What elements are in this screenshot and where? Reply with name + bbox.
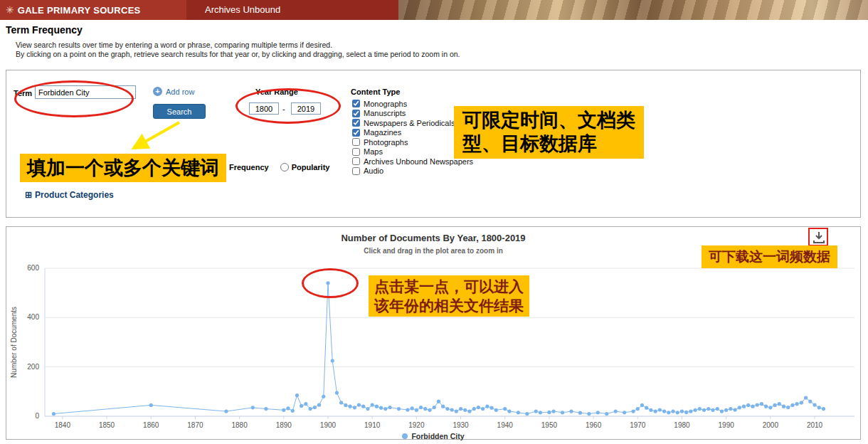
data-point[interactable] (782, 405, 785, 408)
data-point[interactable] (795, 402, 799, 406)
data-point[interactable] (445, 407, 449, 411)
data-point[interactable] (423, 407, 427, 411)
data-point[interactable] (507, 409, 511, 413)
data-point[interactable] (813, 403, 816, 406)
data-point[interactable] (463, 408, 467, 412)
data-point[interactable] (733, 408, 736, 411)
data-point[interactable] (322, 395, 325, 398)
data-point[interactable] (494, 408, 498, 412)
data-point[interactable] (623, 411, 626, 414)
data-point[interactable] (764, 405, 768, 408)
content-type-option[interactable]: Audio (352, 166, 473, 176)
data-point[interactable] (808, 400, 812, 403)
data-point[interactable] (578, 411, 582, 415)
data-point[interactable] (428, 408, 431, 412)
content-type-checkbox[interactable] (352, 157, 360, 165)
data-point[interactable] (477, 406, 480, 409)
data-point[interactable] (569, 409, 573, 413)
data-point[interactable] (450, 408, 454, 411)
data-point[interactable] (658, 408, 662, 411)
data-point[interactable] (596, 411, 600, 414)
data-point[interactable] (768, 406, 772, 409)
data-point[interactable] (472, 407, 476, 411)
data-point[interactable] (711, 408, 714, 412)
data-point[interactable] (534, 409, 538, 413)
data-point[interactable] (313, 406, 317, 409)
data-point[interactable] (291, 409, 295, 413)
data-point[interactable] (353, 406, 356, 409)
data-point[interactable] (756, 403, 759, 406)
data-point[interactable] (317, 403, 321, 406)
data-point[interactable] (344, 403, 347, 407)
search-button[interactable]: Search (153, 104, 206, 119)
data-point[interactable] (689, 409, 692, 413)
data-point[interactable] (676, 411, 679, 414)
data-point[interactable] (614, 409, 618, 413)
data-point[interactable] (437, 400, 440, 403)
data-point[interactable] (706, 407, 710, 411)
data-point[interactable] (339, 401, 343, 404)
data-point[interactable] (822, 407, 825, 411)
product-name-link[interactable]: Archives Unbound (205, 0, 280, 20)
data-point[interactable] (309, 407, 312, 411)
data-point[interactable] (331, 359, 334, 362)
data-point[interactable] (649, 408, 652, 412)
data-point[interactable] (684, 411, 688, 414)
data-point[interactable] (636, 407, 640, 411)
data-point[interactable] (304, 402, 307, 406)
data-point[interactable] (640, 403, 644, 407)
data-point[interactable] (800, 401, 803, 404)
data-point[interactable] (348, 405, 351, 408)
data-point[interactable] (654, 409, 657, 413)
data-point[interactable] (419, 406, 423, 409)
year-to-input[interactable] (291, 102, 321, 115)
data-point[interactable] (680, 409, 684, 413)
data-point[interactable] (481, 407, 485, 411)
data-point[interactable] (433, 406, 436, 409)
data-point[interactable] (631, 409, 635, 413)
chart-legend[interactable]: Forbidden City (6, 432, 860, 440)
data-point[interactable] (698, 407, 702, 411)
data-point[interactable] (467, 409, 471, 413)
data-point[interactable] (517, 411, 520, 414)
data-point[interactable] (489, 406, 493, 410)
data-point[interactable] (662, 409, 666, 413)
data-point[interactable] (552, 409, 556, 413)
data-point[interactable] (406, 408, 409, 411)
term-input[interactable] (35, 85, 136, 99)
data-point[interactable] (786, 406, 790, 409)
data-point[interactable] (716, 407, 719, 411)
data-point[interactable] (773, 403, 776, 407)
data-point[interactable] (667, 411, 670, 414)
content-type-checkbox[interactable] (352, 119, 360, 127)
data-point[interactable] (397, 407, 401, 411)
data-point[interactable] (295, 393, 299, 397)
data-point[interactable] (778, 402, 781, 406)
data-point[interactable] (415, 408, 418, 412)
data-point[interactable] (525, 412, 529, 416)
data-point[interactable] (671, 409, 674, 413)
data-point[interactable] (485, 405, 489, 408)
data-point[interactable] (561, 411, 564, 414)
content-type-checkbox[interactable] (352, 167, 360, 175)
data-point[interactable] (264, 407, 268, 411)
data-point[interactable] (52, 412, 55, 416)
data-point[interactable] (441, 405, 445, 408)
data-point[interactable] (724, 408, 728, 412)
data-point[interactable] (388, 406, 391, 409)
data-point[interactable] (804, 396, 808, 399)
data-point[interactable] (282, 408, 285, 412)
data-point[interactable] (371, 403, 374, 406)
data-point[interactable] (361, 405, 365, 408)
download-icon[interactable] (812, 231, 826, 244)
data-point[interactable] (335, 391, 339, 394)
data-point[interactable] (605, 412, 608, 416)
data-point[interactable] (694, 408, 697, 412)
data-point[interactable] (503, 407, 507, 411)
data-point[interactable] (817, 406, 821, 409)
data-point[interactable] (286, 406, 290, 410)
year-from-input[interactable] (249, 102, 279, 115)
content-type-checkbox[interactable] (352, 138, 360, 146)
data-point[interactable] (645, 406, 648, 410)
data-point[interactable] (357, 403, 361, 406)
